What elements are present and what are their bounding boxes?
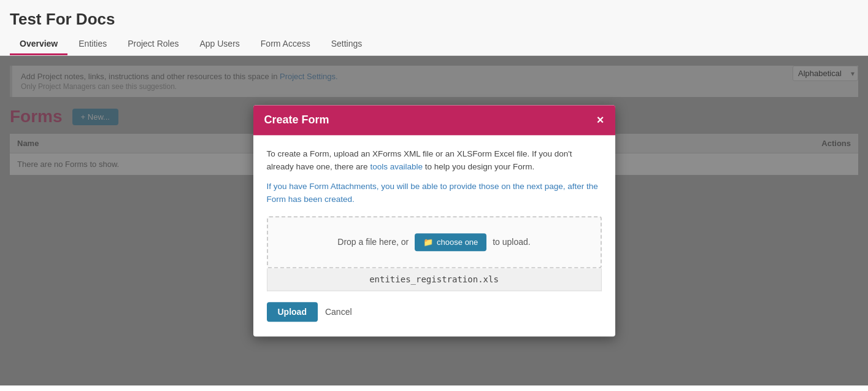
tools-available-link[interactable]: tools available xyxy=(370,162,423,171)
cancel-button[interactable]: Cancel xyxy=(325,307,352,317)
tab-entities[interactable]: Entities xyxy=(69,34,117,55)
create-form-modal: Create Form × To create a Form, upload a… xyxy=(253,105,615,336)
choose-file-button[interactable]: 📁 choose one xyxy=(415,233,486,251)
tab-app-users-link[interactable]: App Users xyxy=(190,34,249,55)
modal-footer: Upload Cancel xyxy=(267,302,602,324)
tab-project-roles[interactable]: Project Roles xyxy=(118,34,188,55)
app-title: Test For Docs xyxy=(10,6,858,34)
drop-zone[interactable]: Drop a file here, or 📁 choose one to upl… xyxy=(267,216,602,268)
nav-tabs: Overview Entities Project Roles App User… xyxy=(10,34,858,55)
tab-overview-link[interactable]: Overview xyxy=(10,34,67,55)
tab-project-roles-link[interactable]: Project Roles xyxy=(118,34,188,55)
modal-desc-1: To create a Form, upload an XForms XML f… xyxy=(267,147,602,174)
drop-zone-text-before: Drop a file here, or xyxy=(337,237,409,247)
file-display: entities_registration.xls xyxy=(267,268,602,291)
tab-form-access[interactable]: Form Access xyxy=(251,34,320,55)
tab-settings-link[interactable]: Settings xyxy=(321,34,372,55)
modal-desc-2: If you have Form Attachments, you will b… xyxy=(267,180,602,206)
main-content: Add Project notes, links, instructions a… xyxy=(0,56,868,385)
page-wrapper: Test For Docs Overview Entities Project … xyxy=(0,0,868,391)
header: Test For Docs Overview Entities Project … xyxy=(0,0,868,56)
modal-body: To create a Form, upload an XForms XML f… xyxy=(253,135,615,336)
folder-icon: 📁 xyxy=(423,238,433,247)
tab-settings[interactable]: Settings xyxy=(321,34,372,55)
tab-entities-link[interactable]: Entities xyxy=(69,34,117,55)
modal-close-button[interactable]: × xyxy=(597,114,604,126)
choose-btn-label: choose one xyxy=(437,238,478,247)
drop-zone-text-after: to upload. xyxy=(493,237,531,247)
desc-1-end: to help you design your Form. xyxy=(423,162,534,171)
tab-overview[interactable]: Overview xyxy=(10,34,67,55)
upload-button[interactable]: Upload xyxy=(267,302,318,322)
tab-form-access-link[interactable]: Form Access xyxy=(251,34,320,55)
tab-app-users[interactable]: App Users xyxy=(190,34,249,55)
modal-header: Create Form × xyxy=(253,105,615,135)
modal-title: Create Form xyxy=(264,114,329,126)
